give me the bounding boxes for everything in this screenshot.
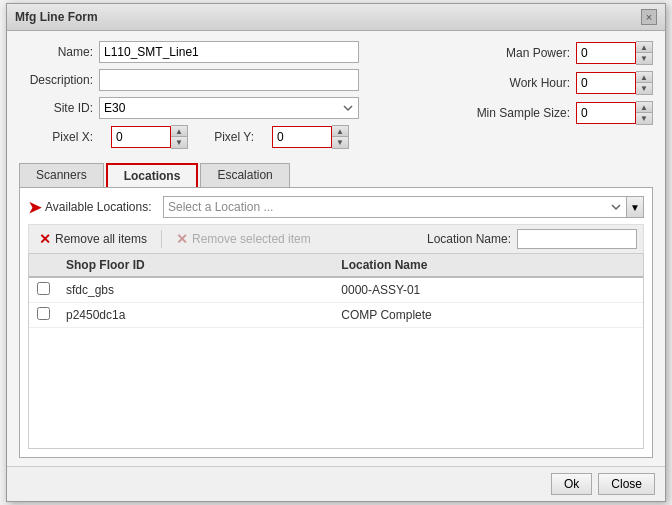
remove-all-button[interactable]: ✕ Remove all items: [35, 229, 151, 249]
header-location-name: Location Name: [333, 254, 643, 277]
man-power-input[interactable]: [576, 42, 636, 64]
header-checkbox-cell: [29, 254, 58, 277]
name-input[interactable]: [99, 41, 359, 63]
pixel-x-input[interactable]: [111, 126, 171, 148]
available-locations-label: Available Locations:: [45, 200, 152, 214]
site-id-select[interactable]: E30: [99, 97, 359, 119]
row-checkbox-cell: [29, 277, 58, 303]
table-row: p2450dc1a COMP Complete: [29, 303, 643, 328]
location-name-input[interactable]: [517, 229, 637, 249]
tab-scanners[interactable]: Scanners: [19, 163, 104, 187]
ok-button[interactable]: Ok: [551, 473, 592, 495]
remove-selected-label: Remove selected item: [192, 232, 311, 246]
toolbar-row: ✕ Remove all items ✕ Remove selected ite…: [28, 224, 644, 253]
available-locations-row: ➤ Available Locations: Select a Location…: [28, 196, 644, 218]
pixel-y-spinner-btns: ▲ ▼: [332, 125, 349, 149]
min-sample-label: Min Sample Size:: [476, 106, 576, 120]
work-hour-input[interactable]: [576, 72, 636, 94]
pixel-x-down-btn[interactable]: ▼: [171, 137, 187, 148]
arrow-icon: ➤: [28, 198, 41, 217]
pixel-row: Pixel X: ▲ ▼ Pixel Y: ▲ ▼: [19, 125, 464, 149]
dialog-footer: Ok Close: [7, 466, 665, 501]
work-hour-down-btn[interactable]: ▼: [636, 83, 652, 94]
man-power-spinner-btns: ▲ ▼: [636, 41, 653, 65]
remove-selected-button[interactable]: ✕ Remove selected item: [172, 229, 315, 249]
man-power-label: Man Power:: [476, 46, 576, 60]
pixel-x-spinner-btns: ▲ ▼: [171, 125, 188, 149]
min-sample-up-btn[interactable]: ▲: [636, 102, 652, 113]
location-name-label: Location Name:: [427, 232, 511, 246]
row-1-checkbox[interactable]: [37, 282, 50, 295]
dialog-close-button[interactable]: ×: [641, 9, 657, 25]
pixel-y-spinner: ▲ ▼: [272, 125, 349, 149]
work-hour-spinner-btns: ▲ ▼: [636, 71, 653, 95]
name-row: Name:: [19, 41, 464, 63]
table-header: Shop Floor ID Location Name: [29, 254, 643, 277]
mfg-line-form-dialog: Mfg Line Form × Name: Description:: [6, 3, 666, 502]
man-power-spinner: ▲ ▼: [576, 41, 653, 65]
left-fields: Name: Description: Site ID: E30: [19, 41, 464, 155]
pixel-x-up-btn[interactable]: ▲: [171, 126, 187, 137]
tab-locations[interactable]: Locations: [106, 163, 199, 187]
min-sample-row: Min Sample Size: ▲ ▼: [476, 101, 653, 125]
pixel-y-up-btn[interactable]: ▲: [332, 126, 348, 137]
top-section: Name: Description: Site ID: E30: [19, 41, 653, 155]
locations-table: Shop Floor ID Location Name sfdc_gbs 000…: [29, 254, 643, 328]
toolbar-separator: [161, 230, 162, 248]
row-checkbox-cell: [29, 303, 58, 328]
pixel-x-label: Pixel X:: [19, 130, 99, 144]
work-hour-up-btn[interactable]: ▲: [636, 72, 652, 83]
man-power-row: Man Power: ▲ ▼: [476, 41, 653, 65]
right-fields: Man Power: ▲ ▼ Work Hour: ▲: [476, 41, 653, 155]
table-empty-space: [29, 328, 643, 448]
man-power-down-btn[interactable]: ▼: [636, 53, 652, 64]
row-2-shop-floor-id: p2450dc1a: [58, 303, 333, 328]
tab-content-locations: ➤ Available Locations: Select a Location…: [19, 187, 653, 458]
site-id-label: Site ID:: [19, 101, 99, 115]
header-shop-floor-id: Shop Floor ID: [58, 254, 333, 277]
dialog-titlebar: Mfg Line Form ×: [7, 4, 665, 31]
work-hour-label: Work Hour:: [476, 76, 576, 90]
table-body: sfdc_gbs 0000-ASSY-01 p2450dc1a COMP Com…: [29, 277, 643, 328]
location-select-arrow[interactable]: ▼: [626, 196, 644, 218]
work-hour-row: Work Hour: ▲ ▼: [476, 71, 653, 95]
available-locations-label-wrap: ➤ Available Locations:: [28, 198, 163, 217]
pixel-x-spinner: ▲ ▼: [111, 125, 188, 149]
min-sample-spinner: ▲ ▼: [576, 101, 653, 125]
min-sample-spinner-btns: ▲ ▼: [636, 101, 653, 125]
row-1-shop-floor-id: sfdc_gbs: [58, 277, 333, 303]
row-1-location-name: 0000-ASSY-01: [333, 277, 643, 303]
description-row: Description:: [19, 69, 464, 91]
pixel-y-down-btn[interactable]: ▼: [332, 137, 348, 148]
name-label: Name:: [19, 45, 99, 59]
dialog-body: Name: Description: Site ID: E30: [7, 31, 665, 466]
min-sample-input[interactable]: [576, 102, 636, 124]
dialog-title: Mfg Line Form: [15, 10, 98, 24]
pixel-y-label: Pixel Y:: [200, 130, 260, 144]
location-select[interactable]: Select a Location ...: [163, 196, 627, 218]
row-2-location-name: COMP Complete: [333, 303, 643, 328]
pixel-y-input[interactable]: [272, 126, 332, 148]
tab-escalation[interactable]: Escalation: [200, 163, 289, 187]
remove-selected-icon: ✕: [176, 231, 188, 247]
close-button[interactable]: Close: [598, 473, 655, 495]
man-power-up-btn[interactable]: ▲: [636, 42, 652, 53]
site-id-row: Site ID: E30: [19, 97, 464, 119]
row-2-checkbox[interactable]: [37, 307, 50, 320]
description-label: Description:: [19, 73, 99, 87]
remove-all-icon: ✕: [39, 231, 51, 247]
remove-all-label: Remove all items: [55, 232, 147, 246]
tabs-bar: Scanners Locations Escalation: [19, 163, 653, 187]
min-sample-down-btn[interactable]: ▼: [636, 113, 652, 124]
work-hour-spinner: ▲ ▼: [576, 71, 653, 95]
description-input[interactable]: [99, 69, 359, 91]
table-row: sfdc_gbs 0000-ASSY-01: [29, 277, 643, 303]
locations-table-wrap: Shop Floor ID Location Name sfdc_gbs 000…: [28, 253, 644, 449]
